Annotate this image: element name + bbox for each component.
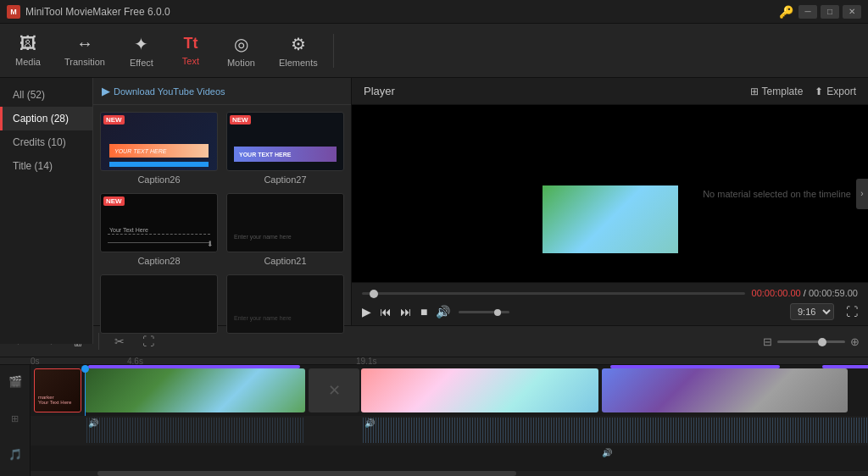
caption-item-26[interactable]: NEW YOUR TEXT HERE caption26 [100,112,218,185]
transition-label: Transition [64,57,105,67]
audio-wave-1 [85,418,305,443]
panel-expand-btn[interactable]: › [856,179,868,209]
title-text-content: markerYour Text Here [38,395,71,405]
fullscreen-btn[interactable]: ⛶ [846,305,858,318]
export-btn[interactable]: ⬆ Export [815,86,856,97]
clip-placeholder[interactable]: ✕ [309,368,359,412]
new-badge-28: NEW [103,196,125,206]
volume-icon: 🔊 [436,305,450,318]
motion-icon: ◎ [234,34,248,54]
chevron-right-icon: › [860,189,863,198]
thumb-21-text: Enter your name here [234,234,292,240]
time-total: 00:00:59.00 [809,288,858,298]
toolbar-elements[interactable]: ⚙ Elements [270,29,326,73]
text-label: Text [182,56,199,66]
template-btn[interactable]: ⊞ Template [750,86,804,97]
playhead [85,365,86,416]
left-panel: All (52) Caption (28) Credits (10) Title… [0,78,352,325]
ruler-mark-4: 4.6s [127,357,143,366]
play-btn[interactable]: ▶ [362,305,371,318]
aspect-ratio-select[interactable]: 9:16 16:9 4:3 1:1 [790,303,834,320]
close-btn[interactable]: ✕ [843,5,861,19]
new-badge-27: NEW [230,115,251,125]
titlebar: M MiniTool MovieMaker Free 6.0.0 🔑 ─ □ ✕ [0,0,868,24]
download-youtube-btn[interactable]: ▶ Download YouTube Videos [102,85,225,97]
video-preview [542,109,678,279]
zoom-slider[interactable] [777,340,845,343]
track-icons: 🎬 ⊞ 🎵 [0,365,31,476]
clip-main1[interactable] [85,368,305,412]
youtube-icon: ▶ [102,85,110,97]
transition-icon: ↔ [76,34,93,53]
timeline: 0s 4.6s 19.1s 🎬 ⊞ 🎵 Title [0,357,868,476]
app-icon: M [7,5,20,19]
volume-slider[interactable] [459,311,509,313]
thumb-28-text: Your Text Here [109,227,148,233]
toolbar-effect[interactable]: ✦ Effect [120,29,163,73]
clip-main3-image [602,368,848,412]
stop-btn[interactable]: ■ [420,305,427,318]
caption-item-27[interactable]: NEW YOUR TEXT HERE Caption27 [226,112,344,185]
clip-main2[interactable] [361,368,598,412]
toolbar-transition[interactable]: ↔ Transition [56,29,114,72]
clip-main3[interactable] [602,368,848,412]
caption-grid-area: NEW YOUR TEXT HERE caption26 NEW [93,105,351,344]
sidebar-item-caption[interactable]: Caption (28) [0,107,92,130]
thumb-26-text: YOUR TEXT HERE [114,148,166,154]
prev-btn[interactable]: ⏮ [380,305,392,318]
caption-item-blank1[interactable] [100,274,218,337]
media-icon: 🖼 [19,34,36,53]
maximize-btn[interactable]: □ [821,5,839,19]
player-controls: 00:00:00.00 / 00:00:59.00 ▶ ⏮ ⏭ ■ 🔊 9:16… [352,282,868,325]
timeline-scrollbar[interactable] [31,471,868,476]
caption-label-28: Caption28 [100,256,218,266]
timeline-tracks: 🎬 ⊞ 🎵 Title markerYour Text Here [0,365,868,476]
video-bot [542,253,678,279]
audio-icon-1: 🔊 [88,418,98,428]
thumb-26-bottom [109,162,209,167]
video-track-icon: 🎬 [8,375,22,388]
caption-item-28[interactable]: NEW Your Text Here ⬇ Caption28 [100,193,218,266]
toolbar-divider [333,34,334,68]
sidebar-item-credits[interactable]: Credits (10) [0,130,92,154]
time-current: 00:00:00.00 [752,288,801,298]
progress-bar[interactable] [362,292,745,295]
caption-thumb-27: NEW YOUR TEXT HERE [226,112,344,171]
clip-main1-image [85,368,305,412]
purple-bar-1 [88,365,300,368]
clip-title[interactable]: Title markerYour Text Here [34,368,81,412]
caption-content: ▶ Download YouTube Videos NEW YOUR TEXT … [93,78,351,344]
text-icon: Tt [183,35,198,53]
volume-dot [494,309,501,316]
clip-title-thumb: markerYour Text Here [35,369,81,412]
video-mid [542,185,678,253]
no-material-text: No material selected on the timeline [703,189,851,199]
caption-thumb-21: Enter your name here [226,193,344,252]
player-panel: Player ⊞ Template ⬆ Export No material s… [352,78,868,325]
caption-item-blank2[interactable]: Enter your name here [226,274,344,337]
template-icon: ⊞ [750,86,759,97]
next-btn[interactable]: ⏭ [400,305,412,318]
thumb-28-icon: ⬇ [207,240,214,248]
export-icon: ⬆ [815,86,823,97]
zoom-out-btn[interactable]: ⊟ [763,335,772,348]
placeholder-x-icon: ✕ [328,381,341,400]
sidebar-item-title[interactable]: Title (14) [0,154,92,178]
audio-icon-2: 🔊 [364,418,375,428]
toolbar-motion[interactable]: ◎ Motion [219,29,264,73]
toolbar-media[interactable]: 🖼 Media [7,29,49,72]
sidebar-item-all[interactable]: All (52) [0,83,92,107]
minimize-btn[interactable]: ─ [798,5,817,19]
caption-thumb-blank2: Enter your name here [226,274,344,334]
effect-label: Effect [130,58,153,68]
video-top [542,109,678,185]
position-bars [34,365,865,368]
export-label: Export [826,86,856,97]
zoom-in-btn[interactable]: ⊕ [850,335,860,348]
caption-item-21[interactable]: Enter your name here Caption21 [226,193,344,266]
time-display: 00:00:00.00 / 00:00:59.00 [752,288,858,298]
music-track: 🔊 [31,446,868,469]
motion-label: Motion [227,58,255,68]
add-track-icon[interactable]: ⊞ [11,413,19,424]
toolbar-text[interactable]: Tt Text [170,30,212,71]
